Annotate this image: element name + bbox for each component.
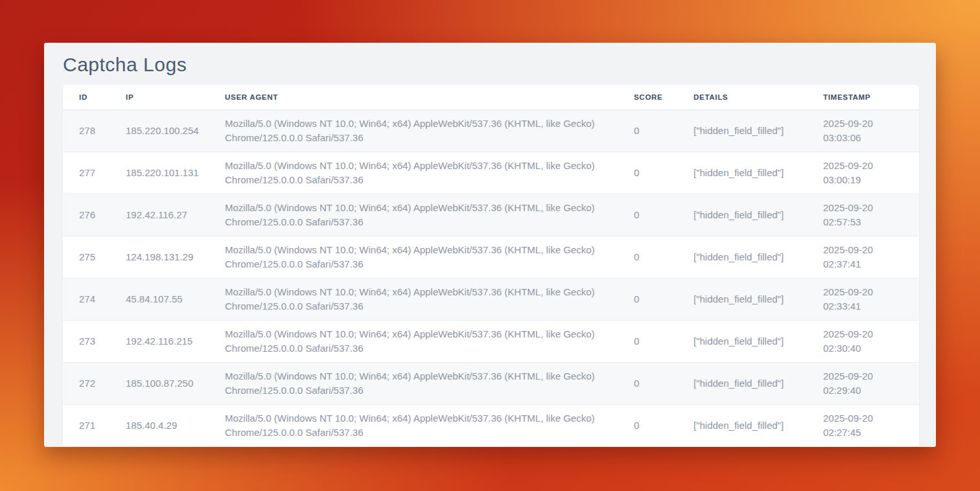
cell-score: 0 bbox=[618, 194, 677, 236]
cell-timestamp: 2025-09-20 02:33:41 bbox=[807, 278, 919, 320]
column-header-score: SCORE bbox=[618, 85, 677, 109]
table-row: 275 124.198.131.29 Mozilla/5.0 (Windows … bbox=[63, 236, 919, 278]
page-title: Captcha Logs bbox=[44, 43, 936, 77]
cell-user-agent: Mozilla/5.0 (Windows NT 10.0; Win64; x64… bbox=[209, 152, 618, 194]
table-row: 278 185.220.100.254 Mozilla/5.0 (Windows… bbox=[63, 109, 919, 152]
cell-user-agent: Mozilla/5.0 (Windows NT 10.0; Win64; x64… bbox=[209, 278, 618, 320]
cell-details: ["hidden_field_filled"] bbox=[677, 236, 807, 278]
cell-ip: 192.42.116.27 bbox=[110, 194, 209, 236]
cell-id: 272 bbox=[63, 362, 110, 404]
cell-timestamp: 2025-09-20 03:00:19 bbox=[807, 152, 919, 194]
table-row: 274 45.84.107.55 Mozilla/5.0 (Windows NT… bbox=[63, 278, 919, 320]
cell-ip: 192.42.116.215 bbox=[110, 320, 209, 362]
cell-details: ["hidden_field_filled"] bbox=[677, 278, 807, 320]
cell-id: 273 bbox=[63, 320, 110, 362]
cell-score: 0 bbox=[618, 152, 677, 194]
column-header-ip: IP bbox=[110, 85, 209, 109]
cell-id: 274 bbox=[63, 278, 110, 320]
cell-user-agent: Mozilla/5.0 (Windows NT 10.0; Win64; x64… bbox=[209, 109, 618, 152]
table-body: 278 185.220.100.254 Mozilla/5.0 (Windows… bbox=[63, 109, 919, 446]
cell-user-agent: Mozilla/5.0 (Windows NT 10.0; Win64; x64… bbox=[209, 362, 618, 404]
cell-user-agent: Mozilla/5.0 (Windows NT 10.0; Win64; x64… bbox=[209, 320, 618, 362]
column-header-details: DETAILS bbox=[677, 85, 807, 109]
cell-score: 0 bbox=[618, 278, 677, 320]
cell-user-agent: Mozilla/5.0 (Windows NT 10.0; Win64; x64… bbox=[209, 194, 618, 236]
table-row: 272 185.100.87.250 Mozilla/5.0 (Windows … bbox=[63, 362, 919, 404]
cell-score: 0 bbox=[618, 362, 677, 404]
cell-timestamp: 2025-09-20 02:27:45 bbox=[807, 404, 919, 446]
cell-id: 277 bbox=[63, 152, 110, 194]
cell-details: ["hidden_field_filled"] bbox=[677, 320, 807, 362]
cell-score: 0 bbox=[618, 404, 677, 446]
cell-details: ["hidden_field_filled"] bbox=[677, 109, 807, 152]
cell-id: 278 bbox=[63, 109, 110, 152]
cell-timestamp: 2025-09-20 02:29:40 bbox=[807, 362, 919, 404]
cell-id: 276 bbox=[63, 194, 110, 236]
cell-score: 0 bbox=[618, 320, 677, 362]
captcha-logs-card: Captcha Logs ID IP USER AGENT SCORE DETA… bbox=[44, 43, 936, 447]
gradient-background: { "colors": { "background_top_left": "#b… bbox=[0, 0, 980, 491]
column-header-user-agent: USER AGENT bbox=[209, 85, 618, 109]
table-header-row: ID IP USER AGENT SCORE DETAILS TIMESTAMP bbox=[63, 85, 919, 109]
logs-table-container: ID IP USER AGENT SCORE DETAILS TIMESTAMP… bbox=[63, 85, 919, 447]
table-row: 271 185.40.4.29 Mozilla/5.0 (Windows NT … bbox=[63, 404, 919, 446]
cell-ip: 45.84.107.55 bbox=[110, 278, 209, 320]
cell-user-agent: Mozilla/5.0 (Windows NT 10.0; Win64; x64… bbox=[209, 404, 618, 446]
cell-score: 0 bbox=[618, 236, 677, 278]
cell-ip: 124.198.131.29 bbox=[110, 236, 209, 278]
cell-details: ["hidden_field_filled"] bbox=[677, 194, 807, 236]
column-header-id: ID bbox=[63, 85, 110, 109]
table-row: 273 192.42.116.215 Mozilla/5.0 (Windows … bbox=[63, 320, 919, 362]
cell-ip: 185.100.87.250 bbox=[110, 362, 209, 404]
table-row: 276 192.42.116.27 Mozilla/5.0 (Windows N… bbox=[63, 194, 919, 236]
cell-timestamp: 2025-09-20 02:30:40 bbox=[807, 320, 919, 362]
cell-score: 0 bbox=[618, 109, 677, 152]
cell-timestamp: 2025-09-20 02:57:53 bbox=[807, 194, 919, 236]
cell-timestamp: 2025-09-20 02:37:41 bbox=[807, 236, 919, 278]
logs-table: ID IP USER AGENT SCORE DETAILS TIMESTAMP… bbox=[63, 85, 919, 447]
column-header-timestamp: TIMESTAMP bbox=[807, 85, 919, 109]
cell-ip: 185.40.4.29 bbox=[110, 404, 209, 446]
cell-ip: 185.220.100.254 bbox=[110, 109, 209, 152]
table-row: 277 185.220.101.131 Mozilla/5.0 (Windows… bbox=[63, 152, 919, 194]
cell-details: ["hidden_field_filled"] bbox=[677, 152, 807, 194]
cell-timestamp: 2025-09-20 03:03:06 bbox=[807, 109, 919, 152]
cell-user-agent: Mozilla/5.0 (Windows NT 10.0; Win64; x64… bbox=[209, 236, 618, 278]
cell-ip: 185.220.101.131 bbox=[110, 152, 209, 194]
cell-id: 275 bbox=[63, 236, 110, 278]
cell-details: ["hidden_field_filled"] bbox=[677, 362, 807, 404]
cell-details: ["hidden_field_filled"] bbox=[677, 404, 807, 446]
cell-id: 271 bbox=[63, 404, 110, 446]
